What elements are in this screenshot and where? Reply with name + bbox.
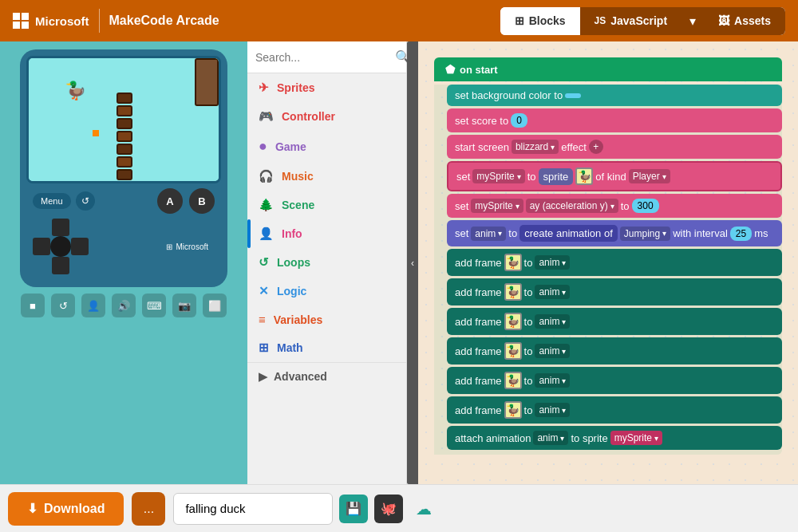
start-screen-block[interactable]: start screen blizzard effect + — [447, 135, 782, 159]
game-device: 0 🦆 — [20, 49, 227, 287]
device-controls: Menu ↺ A B — [26, 183, 221, 219]
logic-icon: ✕ — [259, 284, 269, 298]
set-sprite-block[interactable]: set mySprite to sprite 🦆 of kind Player — [447, 161, 782, 191]
set-ay-block[interactable]: set mySprite ay (acceleration y) to 300 — [447, 194, 782, 218]
download-icon: ⬇ — [27, 501, 38, 516]
attach-anim-block[interactable]: attach animation anim to sprite mySprite — [447, 426, 782, 450]
sprites-icon: ✈ — [259, 81, 269, 95]
attach-anim-ref[interactable]: anim — [533, 431, 568, 445]
score-value[interactable]: 0 — [511, 113, 527, 128]
sim-toolbar: ■ ↺ 👤 🔊 ⌨ 📷 ⬜ — [21, 294, 227, 317]
tab-assets[interactable]: 🖼 Assets — [704, 7, 785, 35]
ay-value[interactable]: 300 — [632, 199, 659, 213]
ms-grid-icon — [13, 13, 29, 29]
set-score-block[interactable]: set score to 0 — [447, 108, 782, 132]
obstacle — [117, 92, 132, 181]
game-icon: ● — [259, 138, 267, 155]
add-frame-4[interactable]: add frame 🦆 to anim — [447, 337, 782, 365]
refresh-button[interactable]: ↺ — [76, 191, 95, 211]
frame-icon-5[interactable]: 🦆 — [504, 372, 522, 389]
ab-buttons: A B — [157, 188, 215, 214]
category-math[interactable]: ⊞ Math — [247, 333, 406, 362]
interval-value[interactable]: 25 — [730, 227, 752, 241]
anim-ref-5[interactable]: anim — [535, 373, 570, 388]
frame-icon-1[interactable]: 🦆 — [504, 254, 522, 271]
add-frame-1[interactable]: add frame 🦆 to anim — [447, 249, 782, 276]
add-frame-5[interactable]: add frame 🦆 to anim — [447, 367, 782, 394]
category-logic[interactable]: ✕ Logic — [247, 277, 406, 305]
button-b[interactable]: B — [189, 188, 215, 214]
save-icon: 💾 — [346, 501, 361, 516]
add-frame-2[interactable]: add frame 🦆 to anim — [447, 278, 782, 305]
download-button[interactable]: ⬇ Download — [8, 492, 124, 526]
panel-toggle[interactable]: ‹ — [407, 41, 418, 484]
tab-blocks[interactable]: ⊞ Blocks — [500, 7, 580, 35]
main-area: 0 🦆 — [0, 41, 798, 484]
js-icon: JS — [595, 15, 606, 26]
screenshot-button[interactable]: 📷 — [172, 294, 196, 317]
color-toggle[interactable] — [565, 93, 581, 98]
category-loops[interactable]: ↺ Loops — [247, 248, 406, 277]
on-start-block[interactable]: ⬟ on start — [434, 57, 782, 81]
mysprite-var-1[interactable]: mySprite — [472, 169, 524, 183]
kind-dropdown[interactable]: Player — [629, 169, 670, 183]
effect-dropdown[interactable]: blizzard — [512, 140, 559, 154]
mysprite-var-2[interactable]: mySprite — [471, 199, 523, 213]
animation-type[interactable]: Jumping — [620, 227, 670, 241]
ms-logo: Microsoft — [13, 13, 89, 29]
dpad[interactable] — [33, 219, 89, 274]
category-music[interactable]: 🎧 Music — [247, 162, 406, 191]
search-input[interactable] — [255, 51, 395, 64]
category-controller[interactable]: 🎮 Controller — [247, 102, 406, 131]
on-start-body: set background color to set score to 0 s… — [434, 85, 782, 455]
set-anim-block[interactable]: set anim to create animation of Jumping … — [447, 220, 782, 246]
anim-ref-3[interactable]: anim — [535, 314, 570, 329]
stop-button[interactable]: ■ — [21, 294, 45, 317]
anim-ref-6[interactable]: anim — [535, 403, 570, 417]
set-bg-block[interactable]: set background color to — [447, 85, 782, 106]
github-icon: 🐙 — [381, 501, 397, 516]
frame-icon-6[interactable]: 🦆 — [504, 401, 522, 419]
frame-icon-3[interactable]: 🦆 — [504, 313, 522, 330]
menu-area: Menu ↺ — [33, 191, 95, 211]
category-sprites[interactable]: ✈ Sprites — [247, 73, 406, 102]
start-icon: ⬟ — [445, 63, 455, 76]
project-name-input[interactable] — [173, 493, 333, 525]
block-categories: ✈ Sprites 🎮 Controller ● Game 🎧 Music 🌲 … — [247, 73, 406, 484]
debug-button[interactable]: 👤 — [81, 294, 105, 317]
category-info[interactable]: 👤 Info — [247, 219, 406, 248]
plus-button[interactable]: + — [589, 140, 603, 154]
sprite-icon-1[interactable]: 🦆 — [575, 167, 593, 185]
code-area[interactable]: ⬟ on start set background color to set s… — [418, 41, 798, 484]
mute-button[interactable]: 🔊 — [112, 294, 136, 317]
add-frame-6[interactable]: add frame 🦆 to anim — [447, 396, 782, 424]
ay-dropdown[interactable]: ay (acceleration y) — [526, 199, 618, 213]
category-game[interactable]: ● Game — [247, 131, 406, 162]
restart-button[interactable]: ↺ — [51, 294, 75, 317]
add-frame-3[interactable]: add frame 🦆 to anim — [447, 308, 782, 335]
category-advanced[interactable]: ▶ Advanced — [247, 362, 406, 390]
frame-icon-4[interactable]: 🦆 — [504, 342, 522, 360]
category-variables[interactable]: ≡ Variables — [247, 305, 406, 333]
anim-var[interactable]: anim — [471, 227, 506, 241]
header-divider — [99, 9, 100, 33]
attach-sprite-ref[interactable]: mySprite — [610, 431, 662, 445]
block-container: ⬟ on start set background color to set s… — [434, 57, 782, 455]
anim-ref-2[interactable]: anim — [535, 285, 570, 299]
tab-dropdown[interactable]: ▾ — [681, 7, 704, 35]
category-scene[interactable]: 🌲 Scene — [247, 191, 406, 219]
frame-icon-2[interactable]: 🦆 — [504, 283, 522, 301]
anim-ref-1[interactable]: anim — [535, 255, 570, 270]
button-a[interactable]: A — [157, 188, 183, 214]
cloud-button[interactable]: ☁ — [409, 495, 438, 523]
anim-ref-4[interactable]: anim — [535, 344, 570, 358]
more-button[interactable]: ... — [132, 492, 165, 526]
tab-javascript[interactable]: JS JavaScript — [580, 7, 682, 35]
save-button[interactable]: 💾 — [339, 495, 368, 523]
menu-button[interactable]: Menu — [33, 193, 71, 209]
fullscreen-button[interactable]: ⬜ — [203, 294, 227, 317]
keyboard-button[interactable]: ⌨ — [142, 294, 166, 317]
cloud-icon: ☁ — [416, 499, 432, 518]
github-button[interactable]: 🐙 — [374, 495, 403, 523]
ms-label: Microsoft — [35, 14, 89, 28]
